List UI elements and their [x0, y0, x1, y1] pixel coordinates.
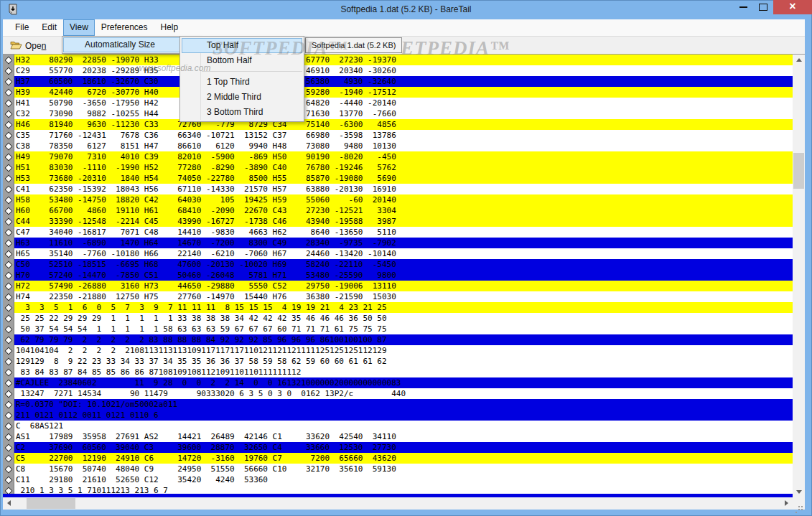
- submenu-item-top-half[interactable]: Top Half: [182, 38, 302, 53]
- data-row[interactable]: H60 66700 4860 19110 H61 68410 -2090 226…: [3, 205, 793, 216]
- menu-file[interactable]: File: [9, 19, 35, 36]
- data-row[interactable]: C5 22700 12190 24910 C6 14720 -3160 1976…: [3, 453, 793, 464]
- row-marker-gutter: [3, 87, 14, 98]
- row-text: 62 79 79 79 2 2 2 2 2 83 88 88 88 84 92 …: [14, 334, 793, 345]
- data-row[interactable]: R=0.0370 "DOI: 10.1021/om50002a011: [3, 399, 793, 410]
- data-row[interactable]: C44 33390 -12548 -2214 C45 43990 -16727 …: [3, 216, 793, 227]
- scroll-up-icon[interactable]: [796, 58, 802, 62]
- horizontal-scrollbar[interactable]: [3, 497, 793, 510]
- row-marker-gutter: [3, 442, 14, 453]
- data-row[interactable]: 25 25 22 29 29 29 1 1 1 1 1 33 38 38 38 …: [3, 313, 793, 324]
- data-row[interactable]: C50 52510 -18515 -6695 H68 47600 -20130 …: [3, 259, 793, 270]
- diamond-marker-icon: [4, 250, 12, 258]
- data-row[interactable]: H65 35140 -7760 -10180 H66 22140 -6210 -…: [3, 248, 793, 259]
- diamond-marker-icon: [4, 78, 12, 85]
- open-button[interactable]: Open: [7, 39, 49, 53]
- data-row[interactable]: H37 60500 18610 -32670 C30 56380 4930 -3…: [3, 76, 793, 87]
- menu-preferences[interactable]: Preferences: [95, 19, 154, 36]
- close-icon: ×: [789, 1, 795, 12]
- menu-view[interactable]: View: [63, 19, 95, 36]
- horizontal-scrollbar-thumb[interactable]: [27, 498, 75, 509]
- resize-grip[interactable]: [793, 497, 805, 510]
- row-marker-gutter: [3, 399, 14, 410]
- data-row[interactable]: H74 22350 -21880 12750 H75 27760 -14970 …: [3, 291, 793, 302]
- data-row[interactable]: C47 34040 -16817 7071 C48 14410 -9830 46…: [3, 227, 793, 238]
- submenu-item-1-top-third[interactable]: 1 Top Third: [181, 75, 303, 90]
- diamond-marker-icon: [4, 347, 12, 355]
- data-row[interactable]: 104104104 2 2 2 2 2108113113113109117117…: [3, 345, 793, 356]
- view-submenu-items: Top HalfBottom Half1 Top Third2 Middle T…: [179, 36, 304, 122]
- data-row[interactable]: AS1 17989 35958 27691 AS2 14421 26489 42…: [3, 431, 793, 442]
- diamond-marker-icon: [4, 174, 12, 182]
- submenu-item-bottom-half[interactable]: Bottom Half: [181, 53, 303, 68]
- data-row[interactable]: 129129 8 9 22 23 33 34 33 37 34 35 35 36…: [3, 356, 793, 367]
- vertical-scrollbar-thumb[interactable]: [793, 153, 804, 189]
- menu-help[interactable]: Help: [154, 19, 185, 36]
- scroll-right-icon[interactable]: [785, 500, 788, 506]
- diamond-marker-icon: [4, 239, 12, 247]
- maximize-button[interactable]: [754, 0, 773, 14]
- data-row[interactable]: H72 57490 -26880 3160 H73 44650 -29880 5…: [3, 281, 793, 291]
- submenu-item-3-bottom-third[interactable]: 3 Bottom Third: [181, 105, 303, 120]
- data-row[interactable]: H39 42440 6720 -30770 H40 59280 -1940 -1…: [3, 87, 793, 98]
- row-text: H49 79070 7310 4010 C39 82010 -5900 -869…: [14, 151, 793, 162]
- data-row[interactable]: H49 79070 7310 4010 C39 82010 -5900 -869…: [3, 151, 793, 162]
- vertical-scrollbar[interactable]: [793, 55, 805, 497]
- data-row[interactable]: H53 73680 -20310 1840 H54 74050 -22780 8…: [3, 173, 793, 184]
- diamond-marker-icon: [4, 196, 12, 204]
- data-row[interactable]: C 68AS121: [3, 421, 793, 431]
- minimize-button[interactable]: [734, 0, 752, 14]
- submenu-item-2-middle-third[interactable]: 2 Middle Third: [181, 90, 303, 105]
- data-row[interactable]: 50 37 54 54 54 1 1 1 1 1 58 63 63 63 59 …: [3, 324, 793, 334]
- resize-grip-icon: [801, 506, 803, 507]
- row-text: H32 80290 22850 -19070 H33 67770 27230 -…: [14, 55, 793, 65]
- data-row[interactable]: C11 29180 21610 52650 C12 35420 4240 533…: [3, 474, 793, 485]
- data-row[interactable]: 13247 7271 14534 90 11479 90333020 6 3 5…: [3, 388, 793, 399]
- data-row[interactable]: H58 53480 -14750 18820 C42 64030 105 194…: [3, 194, 793, 205]
- row-marker-gutter: [3, 367, 14, 377]
- data-row[interactable]: H32 80290 22850 -19070 H33 67770 27230 -…: [3, 55, 793, 65]
- row-text: H53 73680 -20310 1840 H54 74050 -22780 8…: [14, 173, 793, 184]
- diamond-marker-icon: [4, 304, 12, 311]
- row-text: C11 29180 21610 52650 C12 35420 4240 533…: [14, 474, 793, 485]
- data-row[interactable]: #CAJLEE 23840602 11 9 28 0 0 2 2 14 0 0 …: [3, 377, 793, 388]
- scroll-left-icon[interactable]: [7, 500, 11, 506]
- diamond-marker-icon: [4, 271, 12, 279]
- data-row[interactable]: 62 79 79 79 2 2 2 2 2 83 88 88 88 84 92 …: [3, 334, 793, 345]
- scroll-down-icon[interactable]: [796, 490, 802, 494]
- data-row[interactable]: C35 71760 -12431 7678 C36 66340 -10721 1…: [3, 130, 793, 141]
- data-row[interactable]: H51 83030 -1110 -1990 H52 77280 -8290 -3…: [3, 162, 793, 173]
- menu-edit[interactable]: Edit: [35, 19, 63, 36]
- data-row[interactable]: H63 11610 -6890 1470 H64 14670 -7200 830…: [3, 238, 793, 248]
- data-row[interactable]: C32 73090 9882 -10255 H44 71630 13770 -7…: [3, 108, 793, 119]
- row-text: C50 52510 -18515 -6695 H68 47600 -20130 …: [14, 259, 793, 270]
- data-row[interactable]: C8 15670 50740 48040 C9 24950 51550 5666…: [3, 464, 793, 474]
- data-row[interactable]: C29 55770 20238 -29289 H35 46910 20340 -…: [3, 65, 793, 76]
- data-row[interactable]: H70 57240 -14470 -7850 C51 50460 -26048 …: [3, 270, 793, 281]
- diamond-marker-icon: [4, 336, 12, 344]
- row-text: H65 35140 -7760 -10180 H66 22140 -6210 -…: [14, 248, 793, 259]
- open-button-label: Open: [25, 41, 46, 51]
- row-text: C8 15670 50740 48040 C9 24950 51550 5666…: [14, 464, 793, 474]
- diamond-marker-icon: [4, 261, 12, 268]
- data-row[interactable]: 3 3 5 1 6 0 5 7 3 9 7 11 11 11 8 15 15 1…: [3, 302, 793, 313]
- row-marker-gutter: [3, 345, 14, 356]
- diamond-marker-icon: [4, 444, 12, 451]
- data-row[interactable]: 83 84 83 87 84 85 85 86 86 8710810910811…: [3, 367, 793, 377]
- data-row[interactable]: 211 0121 0112 0011 0121 0110 6: [3, 410, 793, 421]
- data-row[interactable]: H41 50790 -3650 -17950 H42 64820 -4440 -…: [3, 98, 793, 108]
- data-row[interactable]: H46 81940 9630 -11230 C33 72760 -779 872…: [3, 119, 793, 130]
- close-button[interactable]: ×: [773, 0, 812, 14]
- data-row[interactable]: C2 37690 60560 39040 C3 39600 28870 3265…: [3, 442, 793, 453]
- row-text: H70 57240 -14470 -7850 C51 50460 -26048 …: [14, 270, 793, 281]
- row-marker-gutter: [3, 119, 14, 130]
- diamond-marker-icon: [4, 357, 12, 365]
- data-row[interactable]: C41 62350 -15392 18043 H56 67110 -14330 …: [3, 184, 793, 194]
- data-row[interactable]: C38 78350 6127 8151 H47 86610 6120 9940 …: [3, 141, 793, 151]
- row-marker-gutter: [3, 334, 14, 345]
- menu-item-automatically-size[interactable]: Automatically Size ▶: [63, 37, 198, 52]
- diamond-marker-icon: [4, 454, 12, 462]
- row-marker-gutter: [3, 410, 14, 421]
- file-tab[interactable]: Softpedia 1.dat (5.2 KB): [305, 37, 402, 53]
- row-marker-gutter: [3, 431, 14, 442]
